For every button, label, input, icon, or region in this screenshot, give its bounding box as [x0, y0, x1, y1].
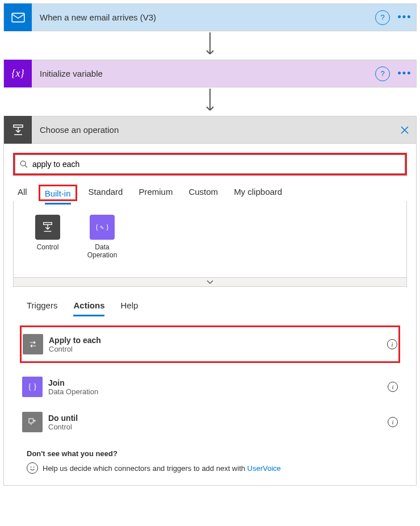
footer-question: Don't see what you need?: [27, 449, 393, 458]
collapse-toggle[interactable]: [14, 277, 406, 286]
action-do-until[interactable]: Do until Control i: [22, 406, 398, 438]
info-icon[interactable]: i: [388, 417, 398, 427]
svg-rect-4: [29, 419, 33, 423]
smiley-icon: [27, 462, 38, 474]
choose-operation-title: Choose an operation: [32, 125, 393, 135]
outlook-icon: [4, 3, 32, 31]
choose-operation-panel: All Built-in Standard Premium Custom My …: [3, 144, 417, 486]
trigger-card-email[interactable]: When a new email arrives (V3) ? •••: [3, 3, 417, 31]
connector-label: Control: [37, 243, 59, 251]
footer-text: Help us decide which connectors and trig…: [43, 464, 281, 473]
action-text: Apply to each Control: [49, 336, 387, 353]
sub-tab-help[interactable]: Help: [120, 300, 138, 316]
help-icon[interactable]: ?: [375, 66, 390, 81]
action-list: Apply to each Control i { } Join Data Op…: [4, 316, 416, 438]
tab-built-in[interactable]: Built-in: [45, 189, 71, 204]
svg-point-2: [20, 161, 26, 166]
uservoice-link[interactable]: UserVoice: [247, 464, 281, 473]
operation-icon: [4, 116, 32, 144]
info-icon[interactable]: i: [387, 339, 397, 349]
sub-tab-actions[interactable]: Actions: [73, 300, 104, 316]
svg-rect-0: [12, 13, 24, 22]
tab-standard[interactable]: Standard: [89, 187, 123, 201]
category-tabs: All Built-in Standard Premium Custom My …: [4, 176, 416, 201]
action-name: Apply to each: [49, 336, 387, 345]
choose-operation-header: Choose an operation: [3, 116, 417, 144]
action-card-variable[interactable]: {x} Initialize variable ? •••: [3, 60, 417, 87]
svg-point-6: [33, 466, 35, 467]
search-input[interactable]: [32, 155, 405, 173]
action-card-title: Initialize variable: [32, 69, 375, 78]
trigger-card-title: When a new email arrives (V3): [32, 12, 375, 22]
action-apply-to-each[interactable]: Apply to each Control i: [23, 328, 397, 360]
search-highlight: [13, 153, 407, 176]
tab-premium[interactable]: Premium: [138, 187, 173, 201]
control-icon: [35, 215, 60, 240]
more-menu-icon[interactable]: •••: [393, 68, 416, 80]
connector-label: Data Operation: [82, 243, 123, 259]
tab-custom[interactable]: Custom: [188, 187, 218, 201]
info-icon[interactable]: i: [388, 382, 398, 392]
do-until-icon: [22, 412, 43, 432]
loop-icon: [23, 334, 43, 354]
action-subtitle: Data Operation: [48, 387, 388, 396]
action-text: Join Data Operation: [48, 378, 388, 396]
tab-built-in-highlight: Built-in: [39, 185, 77, 201]
flow-arrow: [3, 31, 417, 60]
tab-my-clipboard[interactable]: My clipboard: [234, 187, 282, 201]
action-text: Do until Control: [48, 414, 388, 431]
flow-arrow: [3, 87, 417, 116]
action-highlight: Apply to each Control i: [20, 325, 400, 363]
footer-help: Don't see what you need? Help us decide …: [4, 438, 416, 474]
close-icon[interactable]: [393, 125, 416, 135]
action-join[interactable]: { } Join Data Operation i: [22, 371, 398, 403]
braces-icon: { }: [22, 377, 43, 397]
help-icon[interactable]: ?: [375, 10, 390, 25]
search-icon: [15, 160, 32, 168]
action-sub-tabs: Triggers Actions Help: [4, 287, 416, 316]
data-operation-icon: { ✎ }: [90, 215, 115, 240]
action-subtitle: Control: [49, 345, 387, 353]
variable-icon: {x}: [4, 60, 32, 87]
svg-rect-1: [14, 125, 23, 127]
sub-tab-triggers[interactable]: Triggers: [27, 300, 57, 316]
action-name: Do until: [48, 414, 388, 423]
connector-area: Control { ✎ } Data Operation: [13, 201, 407, 287]
connector-control[interactable]: Control: [27, 215, 68, 259]
tab-all[interactable]: All: [18, 187, 27, 201]
svg-rect-3: [44, 223, 52, 225]
action-name: Join: [48, 378, 388, 387]
connector-grid: Control { ✎ } Data Operation: [14, 201, 406, 277]
connector-data-operation[interactable]: { ✎ } Data Operation: [82, 215, 123, 259]
more-menu-icon[interactable]: •••: [393, 11, 416, 23]
search-field[interactable]: [15, 155, 405, 174]
action-subtitle: Control: [48, 423, 388, 431]
svg-point-5: [31, 466, 32, 467]
